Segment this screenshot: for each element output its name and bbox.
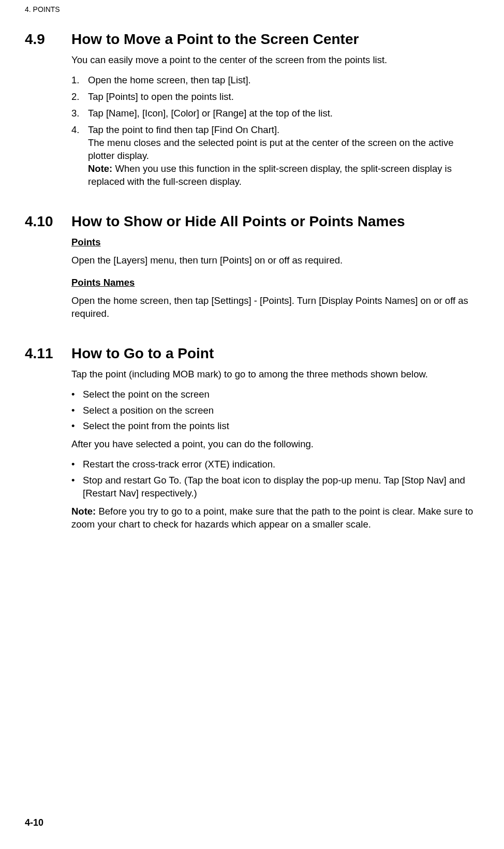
bullet-text: Stop and restart Go To. (Tap the boat ic…	[83, 474, 479, 500]
section-number: 4.9	[25, 31, 71, 48]
step-number: 4.	[71, 124, 88, 188]
section-intro: You can easily move a point to the cente…	[71, 54, 479, 67]
step-number: 3.	[71, 107, 88, 120]
bullet-text: Select the point on the screen	[83, 388, 479, 401]
section-title: How to Move a Point to the Screen Center	[71, 31, 359, 48]
step-text-line: The menu closes and the selected point i…	[88, 137, 454, 161]
note-text: Before you try to go to a point, make su…	[71, 506, 473, 530]
subheading: Points	[71, 236, 479, 249]
sub-block-points-names: Points Names Open the home screen, then …	[71, 276, 479, 320]
section-4-9: 4.9 How to Move a Point to the Screen Ce…	[25, 31, 479, 188]
step-number: 1.	[71, 74, 88, 87]
step-text: Tap [Name], [Icon], [Color] or [Range] a…	[88, 107, 479, 120]
chapter-header: 4. POINTS	[25, 5, 479, 13]
page-container: 4. POINTS 4.9 How to Move a Point to the…	[0, 0, 504, 849]
step-text-line: Tap the point to find then tap [Find On …	[88, 124, 279, 135]
subheading: Points Names	[71, 276, 479, 289]
page-number: 4-10	[25, 817, 43, 828]
step-text: Tap [Points] to open the points list.	[88, 91, 479, 104]
sub-body: Open the home screen, then tap [Settings…	[71, 295, 479, 320]
list-item: •Restart the cross-track error (XTE) ind…	[71, 458, 479, 471]
bullet-icon: •	[71, 474, 83, 500]
list-item: •Stop and restart Go To. (Tap the boat i…	[71, 474, 479, 500]
step-text: Open the home screen, then tap [List].	[88, 74, 479, 87]
step-number: 2.	[71, 91, 88, 104]
note-paragraph: Note: Before you try to go to a point, m…	[71, 505, 479, 531]
list-item: •Select a position on the screen	[71, 404, 479, 417]
steps-list: 1. Open the home screen, then tap [List]…	[71, 74, 479, 188]
step-item: 3. Tap [Name], [Icon], [Color] or [Range…	[71, 107, 479, 120]
section-4-10: 4.10 How to Show or Hide All Points or P…	[25, 213, 479, 320]
section-body: Tap the point (including MOB mark) to go…	[71, 368, 479, 532]
paragraph: After you have selected a point, you can…	[71, 438, 479, 451]
section-number: 4.10	[25, 213, 71, 230]
step-item: 4. Tap the point to find then tap [Find …	[71, 124, 479, 188]
section-heading: 4.9 How to Move a Point to the Screen Ce…	[25, 31, 479, 48]
note-label: Note:	[71, 506, 96, 517]
section-heading: 4.10 How to Show or Hide All Points or P…	[25, 213, 479, 230]
section-title: How to Show or Hide All Points or Points…	[71, 213, 405, 230]
section-title: How to Go to a Point	[71, 345, 214, 362]
bullet-list: •Restart the cross-track error (XTE) ind…	[71, 458, 479, 500]
bullet-icon: •	[71, 420, 83, 433]
bullet-list: •Select the point on the screen •Select …	[71, 388, 479, 433]
section-body: You can easily move a point to the cente…	[71, 54, 479, 188]
step-item: 1. Open the home screen, then tap [List]…	[71, 74, 479, 87]
section-heading: 4.11 How to Go to a Point	[25, 345, 479, 362]
list-item: •Select the point on the screen	[71, 388, 479, 401]
bullet-icon: •	[71, 388, 83, 401]
bullet-text: Restart the cross-track error (XTE) indi…	[83, 458, 479, 471]
section-body: Points Open the [Layers] menu, then turn…	[71, 236, 479, 320]
bullet-text: Select a position on the screen	[83, 404, 479, 417]
note-label: Note:	[88, 163, 112, 174]
step-item: 2. Tap [Points] to open the points list.	[71, 91, 479, 104]
bullet-text: Select the point from the points list	[83, 420, 479, 433]
bullet-icon: •	[71, 404, 83, 417]
section-4-11: 4.11 How to Go to a Point Tap the point …	[25, 345, 479, 532]
bullet-icon: •	[71, 458, 83, 471]
step-text: Tap the point to find then tap [Find On …	[88, 124, 479, 188]
list-item: •Select the point from the points list	[71, 420, 479, 433]
note-text: When you use this function in the split-…	[88, 163, 452, 187]
sub-body: Open the [Layers] menu, then turn [Point…	[71, 254, 479, 267]
section-number: 4.11	[25, 345, 71, 362]
section-intro: Tap the point (including MOB mark) to go…	[71, 368, 479, 381]
sub-block-points: Points Open the [Layers] menu, then turn…	[71, 236, 479, 267]
